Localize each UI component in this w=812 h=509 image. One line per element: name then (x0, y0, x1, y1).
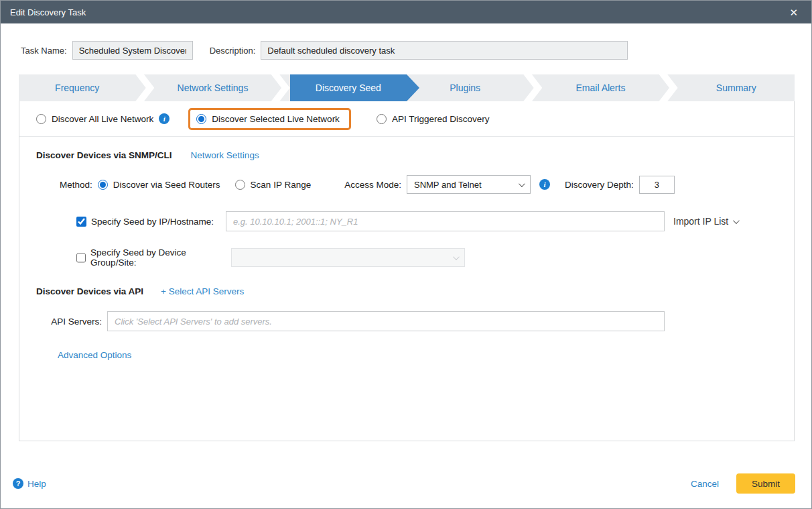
api-servers-row: API Servers: (19, 311, 794, 331)
cancel-button[interactable]: Cancel (691, 479, 719, 489)
close-icon[interactable]: ✕ (785, 7, 802, 17)
access-mode-value: SNMP and Telnet (414, 180, 482, 190)
submit-button[interactable]: Submit (736, 473, 795, 494)
info-icon[interactable]: i (539, 179, 550, 190)
api-section-title: Discover Devices via API (36, 286, 143, 296)
access-mode-label: Access Mode: (344, 180, 401, 190)
task-name-input[interactable] (72, 41, 193, 60)
seed-group-checkbox[interactable] (76, 253, 86, 263)
method-row: Method: Discover via Seed Routers Scan I… (60, 175, 794, 194)
tab-summary[interactable]: Summary (678, 74, 795, 101)
dialog-title: Edit Discovery Task (10, 7, 86, 17)
radio-label: Scan IP Range (251, 180, 312, 190)
chevron-down-icon (453, 253, 460, 260)
radio-label: Discover Selected Live Network (212, 114, 340, 124)
snmp-section-title: Discover Devices via SNMP/CLI (36, 150, 172, 160)
selected-option-highlight: Discover Selected Live Network (188, 108, 351, 130)
import-ip-list-label: Import IP List (673, 216, 728, 227)
tab-frequency[interactable]: Frequency (19, 74, 135, 101)
radio-api-triggered-discovery[interactable]: API Triggered Discovery (377, 114, 490, 124)
tab-discovery-seed[interactable]: Discovery Seed (290, 74, 407, 101)
api-servers-label: API Servers: (19, 317, 107, 327)
radio-input-discover-selected[interactable] (196, 114, 206, 124)
radio-label: Discover All Live Network (52, 114, 153, 124)
radio-input-seed-routers[interactable] (98, 180, 108, 190)
task-header-row: Task Name: Description: (21, 41, 811, 60)
dialog-titlebar: Edit Discovery Task ✕ (1, 1, 811, 23)
wizard-tabbar: Frequency Network Settings Discovery See… (19, 74, 795, 101)
dialog-footer: ? Help Cancel Submit (13, 473, 795, 494)
network-settings-link[interactable]: Network Settings (191, 150, 259, 160)
seed-group-label: Specify Seed by Device Group/Site: (90, 247, 226, 268)
radio-discover-all-live-network[interactable]: Discover All Live Network i (36, 113, 170, 124)
edit-discovery-task-dialog: Edit Discovery Task ✕ Task Name: Descrip… (0, 0, 812, 509)
tab-separator-chevron (523, 74, 542, 101)
radio-input-scan-ip-range[interactable] (235, 180, 245, 190)
chevron-down-icon (733, 217, 740, 224)
info-icon[interactable]: i (159, 113, 170, 124)
radio-input-discover-all[interactable] (36, 114, 46, 124)
seed-group-row: Specify Seed by Device Group/Site: (76, 247, 794, 268)
seed-ip-label: Specify Seed by IP/Hostname: (91, 217, 214, 227)
radio-discover-selected-live-network[interactable]: Discover Selected Live Network (196, 114, 340, 124)
radio-discover-via-seed-routers[interactable]: Discover via Seed Routers (98, 180, 220, 190)
device-group-select (231, 248, 465, 267)
task-name-label: Task Name: (21, 46, 67, 56)
description-input[interactable] (261, 41, 628, 60)
radio-label: API Triggered Discovery (392, 114, 490, 124)
import-ip-list-dropdown[interactable]: Import IP List (673, 216, 738, 227)
tab-separator-chevron (659, 74, 678, 101)
advanced-options-link[interactable]: Advanced Options (58, 350, 131, 360)
access-mode-select[interactable]: SNMP and Telnet (407, 175, 531, 194)
chevron-down-icon (519, 180, 525, 187)
radio-label: Discover via Seed Routers (113, 180, 220, 190)
discovery-depth-label: Discovery Depth: (565, 180, 634, 190)
seed-ip-row: Specify Seed by IP/Hostname: Import IP L… (76, 211, 794, 231)
radio-input-api-triggered[interactable] (377, 114, 387, 124)
tab-plugins[interactable]: Plugins (407, 74, 523, 101)
help-icon: ? (13, 478, 23, 489)
tab-email-alerts[interactable]: Email Alerts (542, 74, 659, 101)
seed-ip-checkbox-wrap[interactable]: Specify Seed by IP/Hostname: (76, 217, 226, 227)
tab-network-settings[interactable]: Network Settings (154, 74, 271, 101)
method-label: Method: (60, 180, 92, 190)
discovery-seed-panel: Discover All Live Network i Discover Sel… (19, 101, 795, 441)
discovery-mode-row: Discover All Live Network i Discover Sel… (19, 101, 794, 137)
help-label: Help (27, 479, 46, 489)
footer-actions: Cancel Submit (691, 473, 795, 494)
radio-scan-ip-range[interactable]: Scan IP Range (235, 180, 312, 190)
seed-ip-checkbox[interactable] (76, 217, 86, 227)
active-tab-arrowhead (407, 74, 419, 101)
tab-separator-chevron (135, 74, 154, 101)
snmp-section-header: Discover Devices via SNMP/CLI Network Se… (36, 150, 794, 160)
seed-ip-input[interactable] (226, 211, 665, 231)
tab-separator-chevron (271, 74, 290, 101)
api-section-header: Discover Devices via API + Select API Se… (36, 286, 794, 296)
description-label: Description: (210, 46, 256, 56)
api-servers-input[interactable] (107, 311, 665, 331)
help-link[interactable]: ? Help (13, 478, 46, 489)
select-api-servers-link[interactable]: + Select API Servers (161, 286, 244, 296)
discovery-depth-input[interactable] (639, 176, 675, 194)
tab-label: Discovery Seed (316, 82, 381, 93)
seed-group-checkbox-wrap[interactable]: Specify Seed by Device Group/Site: (76, 247, 226, 268)
